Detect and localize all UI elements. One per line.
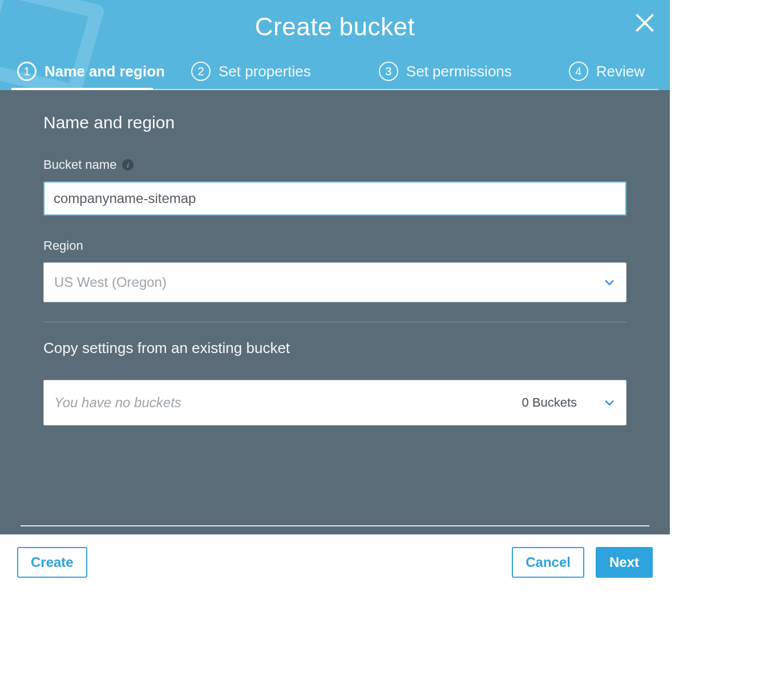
step-set-properties[interactable]: 2 Set properties: [185, 56, 373, 89]
modal-header: Create bucket 1 Name and region 2 Set pr…: [0, 0, 670, 90]
bucket-name-label: Bucket name: [43, 157, 116, 172]
spacer: [0, 526, 670, 534]
wizard-stepper: 1 Name and region 2 Set properties 3 Set…: [0, 56, 670, 89]
cancel-button[interactable]: Cancel: [512, 547, 584, 578]
copy-settings-label: Copy settings from an existing bucket: [43, 339, 627, 357]
step-label: Set permissions: [406, 63, 512, 80]
step-number-badge: 4: [569, 62, 588, 81]
next-button[interactable]: Next: [596, 547, 653, 578]
modal-body: Name and region Bucket name i Region US …: [0, 90, 670, 501]
copy-settings-count: 0 Buckets: [522, 395, 577, 410]
chevron-down-icon: [603, 276, 616, 289]
section-title: Name and region: [43, 113, 627, 132]
stepper-underline: [11, 89, 658, 90]
footer-separator-wrap: [0, 501, 670, 526]
create-button[interactable]: Create: [17, 547, 87, 578]
region-selected-value: US West (Oregon): [54, 274, 167, 290]
region-label: Region: [43, 238, 83, 253]
close-button[interactable]: [632, 10, 657, 35]
section-divider: [43, 322, 627, 322]
info-icon: i: [127, 161, 130, 169]
modal-title: Create bucket: [0, 6, 670, 56]
step-label: Name and region: [45, 63, 165, 80]
step-label: Set properties: [219, 63, 311, 80]
bucket-name-label-row: Bucket name i: [43, 157, 627, 172]
bucket-name-info-button[interactable]: i: [122, 159, 134, 171]
step-name-and-region[interactable]: 1 Name and region: [11, 56, 185, 89]
modal-footer: Create Cancel Next: [0, 534, 670, 590]
create-bucket-modal: Create bucket 1 Name and region 2 Set pr…: [0, 0, 670, 590]
footer-right-group: Cancel Next: [512, 547, 653, 578]
close-icon: [632, 10, 657, 35]
chevron-down-icon: [603, 396, 616, 409]
step-review[interactable]: 4 Review: [561, 56, 658, 89]
step-set-permissions[interactable]: 3 Set permissions: [373, 56, 561, 89]
step-number-badge: 3: [379, 62, 398, 81]
copy-settings-select[interactable]: You have no buckets 0 Buckets: [43, 380, 627, 425]
region-label-row: Region: [43, 238, 627, 253]
step-number-badge: 2: [191, 62, 211, 81]
step-number-badge: 1: [17, 62, 37, 81]
stepper-active-indicator: [11, 88, 153, 90]
region-select[interactable]: US West (Oregon): [43, 262, 627, 302]
bucket-name-input[interactable]: [43, 181, 627, 216]
copy-settings-placeholder: You have no buckets: [54, 395, 512, 411]
step-label: Review: [596, 63, 645, 80]
